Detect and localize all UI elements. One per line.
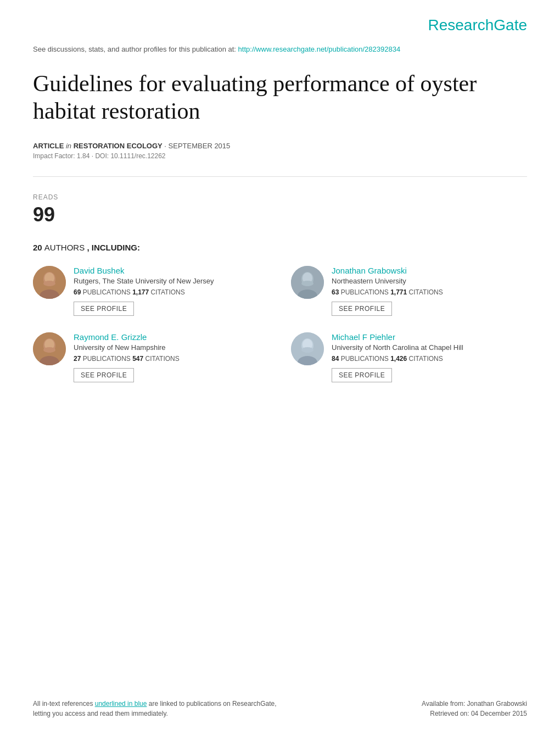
impact-factor-value: 1.84 xyxy=(77,152,89,160)
article-date: SEPTEMBER 2015 xyxy=(169,142,231,150)
see-profile-button-raymond-grizzle[interactable]: SEE PROFILE xyxy=(74,368,134,382)
svg-point-9 xyxy=(301,281,313,286)
svg-point-19 xyxy=(301,347,313,353)
author-affiliation-michael-piehler: University of North Carolina at Chapel H… xyxy=(332,343,527,352)
impact-factor-label: Impact Factor: xyxy=(33,152,75,160)
authors-label: AUTHORS xyxy=(44,243,85,252)
reads-section: READS 99 xyxy=(33,193,527,226)
author-name-jonathan-grabowski[interactable]: Jonathan Grabowski xyxy=(332,266,527,275)
author-affiliation-jonathan-grabowski: Northeastern University xyxy=(332,277,527,285)
author-info-raymond-grizzle: Raymond E. Grizzle University of New Ham… xyxy=(74,332,269,382)
avatar-jonathan-grabowski xyxy=(291,266,324,299)
reads-label: READS xyxy=(33,193,527,201)
author-info-michael-piehler: Michael F Piehler University of North Ca… xyxy=(332,332,527,382)
page-footer: All in-text references underlined in blu… xyxy=(33,699,527,719)
author-name-michael-piehler[interactable]: Michael F Piehler xyxy=(332,332,527,342)
authors-count: 20 xyxy=(33,243,42,252)
avatar-raymond-grizzle xyxy=(33,332,66,365)
doi-value: 10.1111/rec.12262 xyxy=(110,152,165,160)
researchgate-logo: ResearchGate xyxy=(428,16,527,34)
see-profile-button-jonathan-grabowski[interactable]: SEE PROFILE xyxy=(332,302,392,316)
svg-point-14 xyxy=(43,347,55,353)
author-stats-jonathan-grabowski: 63 PUBLICATIONS 1,771 CITATIONS xyxy=(332,288,527,296)
footer-left-text1: All in-text references xyxy=(33,700,95,708)
article-meta: ARTICLE in RESTORATION ECOLOGY · SEPTEMB… xyxy=(33,142,527,160)
article-in: in xyxy=(66,142,74,150)
author-info-jonathan-grabowski: Jonathan Grabowski Northeastern Universi… xyxy=(332,266,527,316)
author-info-david-bushek: David Bushek Rutgers, The State Universi… xyxy=(74,266,269,316)
author-name-raymond-grizzle[interactable]: Raymond E. Grizzle xyxy=(74,332,269,342)
divider xyxy=(33,176,527,177)
authors-heading: 20 AUTHORS , INCLUDING: xyxy=(33,243,527,252)
avatar-david-bushek xyxy=(33,266,66,299)
author-stats-david-bushek: 69 PUBLICATIONS 1,177 CITATIONS xyxy=(74,288,269,296)
header: ResearchGate xyxy=(33,16,527,34)
impact-factor-line: Impact Factor: 1.84 · DOI: 10.1111/rec.1… xyxy=(33,152,527,160)
author-card-raymond-grizzle: Raymond E. Grizzle University of New Ham… xyxy=(33,332,269,382)
see-profile-button-michael-piehler[interactable]: SEE PROFILE xyxy=(332,368,392,382)
author-card-jonathan-grabowski: Jonathan Grabowski Northeastern Universi… xyxy=(291,266,527,316)
top-notice: See discussions, stats, and author profi… xyxy=(33,45,527,53)
author-card-david-bushek: David Bushek Rutgers, The State Universi… xyxy=(33,266,269,316)
author-affiliation-david-bushek: Rutgers, The State University of New Jer… xyxy=(74,277,269,285)
footer-left: All in-text references underlined in blu… xyxy=(33,699,277,719)
top-notice-text: See discussions, stats, and author profi… xyxy=(33,45,238,53)
publication-link[interactable]: http://www.researchgate.net/publication/… xyxy=(238,45,401,53)
doi-label: DOI: xyxy=(95,152,109,160)
avatar-michael-piehler xyxy=(291,332,324,365)
author-name-david-bushek[interactable]: David Bushek xyxy=(74,266,269,275)
footer-right: Available from: Jonathan GrabowskiRetrie… xyxy=(422,699,527,719)
author-stats-raymond-grizzle: 27 PUBLICATIONS 547 CITATIONS xyxy=(74,355,269,363)
footer-available-from: Available from: Jonathan GrabowskiRetrie… xyxy=(422,700,527,717)
svg-point-4 xyxy=(43,281,55,286)
footer-underlined-link[interactable]: underlined in blue xyxy=(95,700,147,708)
article-title: Guidelines for evaluating performance of… xyxy=(33,70,527,125)
article-journal: RESTORATION ECOLOGY xyxy=(74,142,163,150)
article-type: ARTICLE xyxy=(33,142,64,150)
author-card-michael-piehler: Michael F Piehler University of North Ca… xyxy=(291,332,527,382)
authors-grid: David Bushek Rutgers, The State Universi… xyxy=(33,266,527,382)
see-profile-button-david-bushek[interactable]: SEE PROFILE xyxy=(74,302,134,316)
author-affiliation-raymond-grizzle: University of New Hampshire xyxy=(74,343,269,352)
reads-value: 99 xyxy=(33,203,527,226)
author-stats-michael-piehler: 84 PUBLICATIONS 1,426 CITATIONS xyxy=(332,355,527,363)
article-separator: · xyxy=(164,142,168,150)
authors-including: , INCLUDING: xyxy=(87,243,140,252)
